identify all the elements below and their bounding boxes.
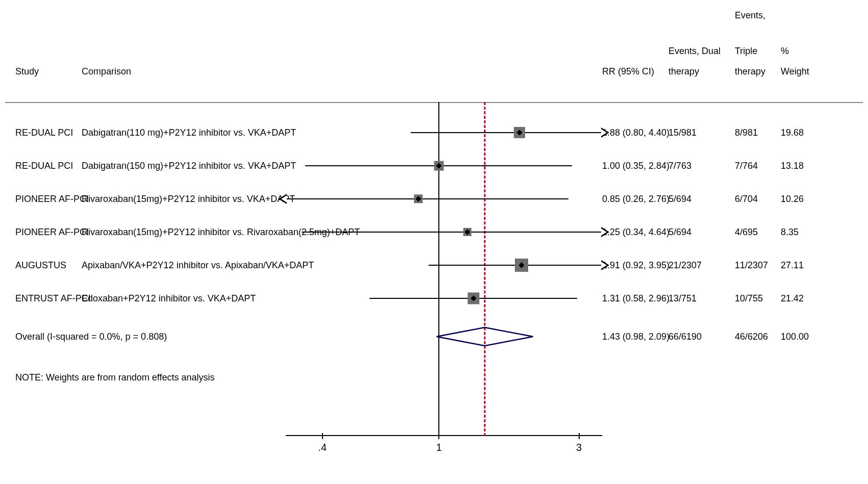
forest-plot-page: Study Comparison RR (95% CI) Events, Dua…: [0, 0, 868, 484]
cell-wt: 21.42: [781, 293, 804, 304]
x-axis: [286, 435, 602, 436]
tick: [438, 433, 439, 439]
arrow-right-mask: [601, 262, 607, 269]
overall-rr: 1.43 (0.98, 2.09): [602, 332, 669, 342]
cell-rr: 1.88 (0.80, 4.40): [602, 128, 669, 138]
cell-trip: 8/981: [735, 128, 758, 138]
cell-comparison: Edoxaban+P2Y12 inhibitor vs. VKA+DAPT: [82, 293, 256, 304]
cell-wt: 10.26: [781, 194, 804, 205]
cell-trip: 7/764: [735, 161, 758, 171]
svg-marker-0: [436, 327, 533, 346]
overall-wt: 100.00: [781, 332, 809, 342]
cell-wt: 19.68: [781, 128, 804, 138]
cell-comparison: Dabigatran(110 mg)+P2Y12 inhibitor vs. V…: [82, 128, 296, 138]
reference-line: [438, 102, 439, 436]
forest-plot: .413: [286, 102, 602, 436]
tick: [322, 433, 323, 439]
tick-label: 1: [436, 442, 442, 453]
col-events-trip-a: Events,: [735, 10, 765, 21]
col-events-dual-b: therapy: [668, 66, 699, 77]
cell-study: AUGUSTUS: [15, 260, 66, 271]
cell-rr: 1.91 (0.92, 3.95): [602, 260, 669, 271]
cell-dual: 7/763: [668, 161, 691, 171]
col-events-dual-a: Events, Dual: [668, 46, 721, 57]
cell-dual: 13/751: [668, 293, 697, 304]
overall-label: Overall (I-squared = 0.0%, p = 0.808): [15, 332, 167, 342]
col-rr: RR (95% CI): [602, 66, 654, 77]
cell-wt: 8.35: [781, 227, 799, 238]
cell-study: RE-DUAL PCI: [15, 161, 73, 171]
cell-dual: 15/981: [668, 128, 697, 138]
tick-label: 3: [576, 442, 582, 453]
ci-line: [286, 198, 568, 199]
cell-trip: 10/755: [735, 293, 763, 304]
note: NOTE: Weights are from random effects an…: [15, 372, 214, 383]
pooled-effect-line: [484, 102, 485, 436]
cell-trip: 6/704: [735, 194, 758, 205]
tick: [579, 433, 580, 439]
overall-trip: 46/6206: [735, 332, 768, 342]
overall-dual: 66/6190: [668, 332, 702, 342]
table-header: Study Comparison RR (95% CI) Events, Dua…: [5, 0, 863, 92]
cell-study: ENTRUST AF-PCI: [15, 293, 91, 304]
cell-comparison: Apixaban/VKA+P2Y12 inhibitor vs. Apixaba…: [82, 260, 314, 271]
cell-rr: 1.00 (0.35, 2.84): [602, 161, 669, 171]
arrow-left-mask: [281, 195, 287, 202]
cell-comparison: Rivaroxaban(15mg)+P2Y12 inhibitor vs. VK…: [82, 194, 295, 205]
overall-diamond: [435, 326, 534, 347]
col-pct: %: [781, 46, 789, 57]
ci-line: [302, 232, 602, 233]
content: Study Comparison RR (95% CI) Events, Dua…: [5, 0, 863, 484]
cell-rr: 1.25 (0.34, 4.64): [602, 227, 669, 238]
ci-line: [411, 132, 602, 133]
cell-study: RE-DUAL PCI: [15, 128, 73, 138]
tick-label: .4: [318, 442, 327, 453]
cell-dual: 5/694: [668, 227, 691, 238]
cell-wt: 13.18: [781, 161, 804, 171]
cell-dual: 5/694: [668, 194, 691, 205]
col-comparison: Comparison: [82, 66, 131, 77]
cell-study: PIONEER AF-PCI: [15, 194, 89, 205]
col-weight: Weight: [781, 66, 809, 77]
col-events-trip-c: therapy: [735, 66, 765, 77]
col-events-trip-b: Triple: [735, 46, 757, 57]
cell-trip: 4/695: [735, 227, 758, 238]
cell-rr: 0.85 (0.26, 2.76): [602, 194, 669, 205]
cell-comparison: Dabigatran(150 mg)+P2Y12 inhibitor vs. V…: [82, 161, 296, 171]
arrow-right-mask: [601, 228, 607, 236]
arrow-right-mask: [601, 129, 607, 136]
cell-rr: 1.31 (0.58, 2.96): [602, 293, 669, 304]
cell-wt: 27.11: [781, 260, 804, 271]
cell-trip: 11/2307: [735, 260, 768, 271]
cell-dual: 21/2307: [668, 260, 702, 271]
cell-study: PIONEER AF-PCI: [15, 227, 89, 238]
col-study: Study: [15, 66, 39, 77]
